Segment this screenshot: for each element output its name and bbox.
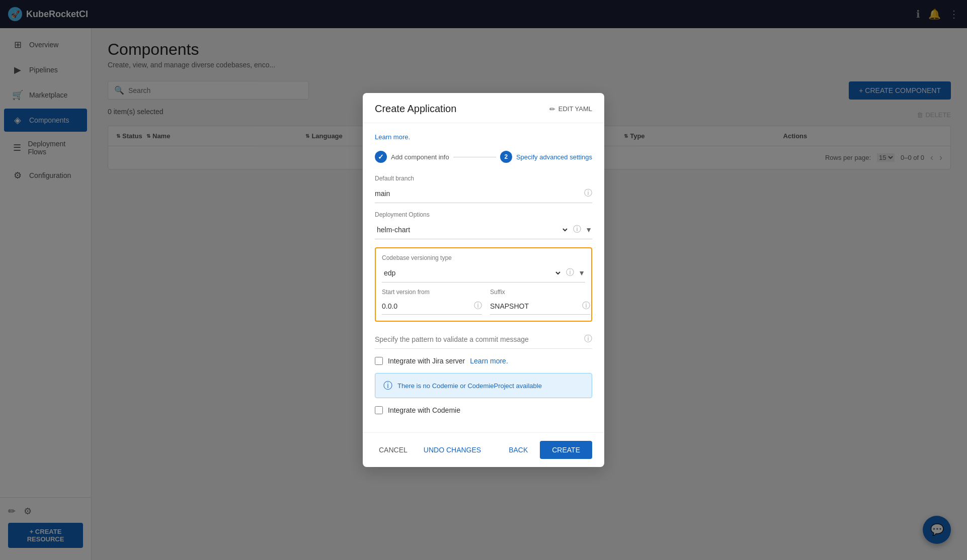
deployment-options-select-row: helm-chart none ⓘ ▼: [375, 220, 592, 239]
start-version-label: Start version from: [382, 289, 482, 296]
create-application-dialog: Create Application ✏ EDIT YAML Learn mor…: [363, 93, 604, 467]
start-version-field: Start version from ⓘ: [382, 289, 482, 315]
deployment-options-info-icon[interactable]: ⓘ: [573, 224, 581, 235]
jira-checkbox[interactable]: [375, 357, 383, 365]
back-button[interactable]: BACK: [505, 442, 532, 458]
codebase-versioning-box: Codebase versioning type edp default ⓘ ▼…: [375, 247, 592, 322]
step-2-circle: 2: [500, 151, 512, 163]
dialog-footer: CANCEL UNDO CHANGES BACK CREATE: [363, 432, 604, 467]
edit-yaml-button[interactable]: ✏ EDIT YAML: [549, 105, 592, 113]
codebase-versioning-dropdown-icon: ▼: [578, 269, 585, 277]
start-version-input[interactable]: [382, 302, 470, 310]
default-branch-input-row: ⓘ: [375, 184, 592, 203]
step-1: ✓ Add component info: [375, 151, 449, 163]
checkmark-icon: ✓: [378, 153, 384, 161]
codebase-versioning-select[interactable]: edp default: [382, 268, 562, 277]
default-branch-input[interactable]: [375, 190, 580, 198]
suffix-label: Suffix: [490, 289, 590, 296]
create-button[interactable]: CREATE: [540, 441, 592, 459]
jira-learn-more-link[interactable]: Learn more.: [470, 357, 508, 365]
dialog-overlay[interactable]: Create Application ✏ EDIT YAML Learn mor…: [0, 0, 967, 560]
alert-info-icon: ⓘ: [383, 380, 392, 392]
codebase-versioning-label: Codebase versioning type: [382, 254, 585, 261]
step-1-label: Add component info: [391, 153, 449, 161]
version-fields: Start version from ⓘ Suffix ⓘ: [382, 289, 585, 315]
deployment-options-label: Deployment Options: [375, 211, 592, 218]
jira-checkbox-row: Integrate with Jira server Learn more.: [375, 357, 592, 365]
jira-label: Integrate with Jira server: [388, 357, 465, 365]
info-alert: ⓘ There is no Codemie or CodemieProject …: [375, 373, 592, 398]
step-1-circle: ✓: [375, 151, 387, 163]
suffix-input-row: ⓘ: [490, 298, 590, 315]
start-version-input-row: ⓘ: [382, 298, 482, 315]
start-version-info-icon[interactable]: ⓘ: [474, 301, 482, 311]
undo-changes-button[interactable]: UNDO CHANGES: [420, 442, 485, 458]
codemie-checkbox-row: Integrate with Codemie: [375, 406, 592, 414]
stepper: ✓ Add component info 2 Specify advanced …: [375, 151, 592, 163]
codemie-label: Integrate with Codemie: [388, 406, 460, 414]
dialog-title: Create Application: [375, 103, 456, 115]
deployment-options-select[interactable]: helm-chart none: [375, 225, 569, 234]
default-branch-info-icon[interactable]: ⓘ: [584, 188, 592, 199]
step-line: [453, 157, 496, 157]
suffix-info-icon[interactable]: ⓘ: [582, 301, 590, 311]
codemie-checkbox[interactable]: [375, 406, 383, 414]
cancel-button[interactable]: CANCEL: [375, 442, 412, 458]
suffix-input[interactable]: [490, 302, 578, 310]
step-2: 2 Specify advanced settings: [500, 151, 592, 163]
pencil-icon: ✏: [549, 105, 555, 113]
deployment-options-dropdown-icon: ▼: [585, 226, 592, 234]
commit-pattern-info-icon[interactable]: ⓘ: [584, 334, 592, 344]
commit-pattern-input[interactable]: [375, 335, 580, 343]
info-alert-message: There is no Codemie or CodemieProject av…: [397, 382, 542, 390]
deployment-options-field: Deployment Options helm-chart none ⓘ ▼: [375, 211, 592, 239]
dialog-header: Create Application ✏ EDIT YAML: [363, 93, 604, 123]
codebase-versioning-info-icon[interactable]: ⓘ: [566, 267, 574, 278]
learn-more-link[interactable]: Learn more.: [375, 133, 592, 141]
default-branch-field: Default branch ⓘ: [375, 175, 592, 203]
dialog-body: Learn more. ✓ Add component info 2 Speci…: [363, 123, 604, 432]
suffix-field: Suffix ⓘ: [490, 289, 590, 315]
commit-pattern-row: ⓘ: [375, 330, 592, 349]
default-branch-label: Default branch: [375, 175, 592, 182]
step-2-label: Specify advanced settings: [516, 153, 592, 161]
codebase-versioning-select-row: edp default ⓘ ▼: [382, 263, 585, 283]
